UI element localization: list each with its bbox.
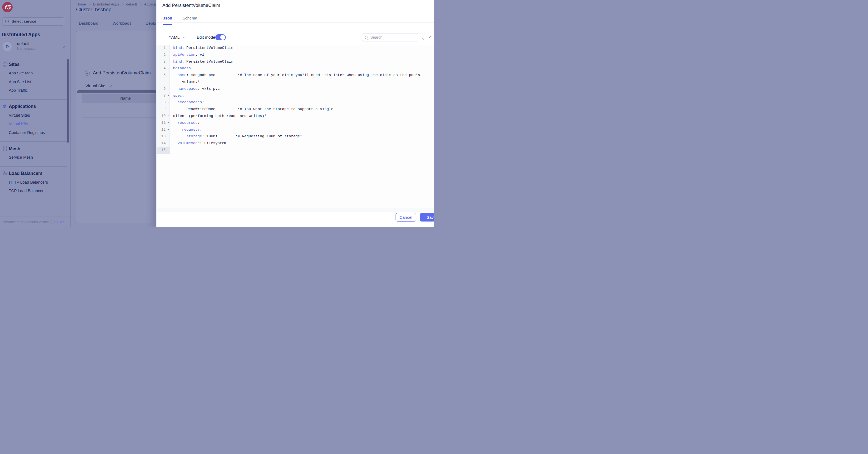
sidebar-section-header[interactable]: Mesh [0,145,67,153]
sidebar-section-label: Sites [9,62,20,67]
namespace-name: default [17,41,29,46]
code-line-content[interactable]: spec: [170,93,184,99]
plus-circle-icon: + [85,70,90,76]
breadcrumb-item[interactable]: Distributed Apps [93,2,119,6]
load-balancer-icon [2,171,9,176]
sidebar-item-http-load-balancers[interactable]: HTTP Load Balancers [0,178,67,187]
breadcrumb-separator-icon [121,3,124,5]
code-line-content[interactable]: volume.* [170,79,200,86]
tab-dashboard[interactable]: Dashboard [79,21,98,26]
search-next-chevron-down-icon[interactable] [423,35,427,39]
sidebar-item-container-registries[interactable]: Container Registries [0,128,67,137]
code-line-content[interactable] [170,147,173,154]
code-line-number: 8▾ [157,99,170,106]
advanced-nav-status: Advanced nav options visible [3,220,49,224]
f5-logo[interactable]: f5 [2,2,12,12]
add-pvc-section-label: Add PersistentVolumeClaim [93,70,151,76]
breadcrumb-separator-icon [88,3,90,5]
collapse-caret-icon[interactable]: ▾ [167,65,169,72]
sidebar-item-service-mesh[interactable]: Service Mesh [0,153,67,162]
sidebar-item-app-site-list[interactable]: App Site List [0,78,67,87]
sidebar-section-mesh: MeshService Mesh [0,142,67,167]
code-line: 1kind: PersistentVolumeClaim [157,45,434,52]
edit-mode-toggle[interactable] [215,34,226,40]
search-prev-chevron-up-icon[interactable] [429,35,434,39]
globe-icon [2,62,9,67]
code-line-content[interactable]: volumeMode: Filesystem [170,140,226,147]
code-line-number: 7▾ [157,93,170,99]
collapse-caret-icon[interactable]: ▾ [167,120,169,127]
breadcrumb: HomeDistributed AppsdefaultApplicati [76,2,158,6]
collapse-caret-icon[interactable]: ▾ [167,113,169,120]
code-line-number: 9 [157,106,170,113]
code-line-content[interactable]: kind: PersistentVolumeClaim [170,45,233,52]
sidebar-item-virtual-k8s[interactable]: Virtual K8s [0,120,67,128]
code-line-content[interactable]: resources: [170,120,200,127]
chevron-down-icon [58,19,62,23]
code-line-number: 3 [157,59,170,65]
code-line: 14 volumeMode: Filesystem [157,140,434,147]
sidebar-service-title: Distributed Apps [2,32,40,38]
code-line-number: 2 [157,52,170,59]
modal-tab-schema[interactable]: Schema [183,16,197,25]
collapse-caret-icon[interactable]: ▾ [167,99,169,106]
table-header-name: Name [120,96,131,100]
sidebar-item-virtual-sites[interactable]: Virtual Sites [0,111,67,120]
collapse-caret-icon[interactable]: ▾ [167,127,169,133]
namespace-selector[interactable]: D default Namespace [0,41,71,54]
code-line-number: 4▾ [157,65,170,72]
modal-tab-json[interactable]: Json [163,16,172,25]
sidebar-item-app-traffic[interactable]: App Traffic [0,86,67,95]
cancel-button[interactable]: Cancel [396,213,416,222]
code-line: 8▾ accessModes: [157,99,434,106]
edit-mode-label: Edit mode [197,35,215,39]
collapse-caret-icon[interactable]: ▾ [167,93,169,99]
tab-workloads[interactable]: Workloads [113,21,131,26]
code-line-content[interactable]: name: mongodb-pvc *# The name of your cl… [170,72,420,79]
sidebar-section-header[interactable]: ☸Applications [0,103,67,111]
code-line-content[interactable]: client (performing both reads and writes… [170,113,267,120]
format-select[interactable]: YAML [169,35,185,39]
modal-title: Add PersistentVolumeClaim [162,3,220,8]
breadcrumb-item[interactable]: default [126,2,137,6]
code-line-content[interactable]: - ReadWriteOnce *# You want the storage … [170,106,333,113]
help-icon[interactable]: ? [51,220,55,224]
code-line-content[interactable]: requests: [170,127,202,133]
sidebar: f5 Select service Distributed Apps D def… [0,0,71,227]
code-line-content[interactable]: apiVersion: v1 [170,52,204,59]
page-title: Cluster: hsshop [76,7,112,12]
code-line-content[interactable]: namespace: vk8s-pvc [170,86,220,93]
breadcrumb-item[interactable]: Home [76,2,86,6]
save-button[interactable]: Save [420,213,434,222]
horizontal-scrollbar[interactable] [77,90,157,93]
select-service-dropdown[interactable]: Select service [2,17,64,26]
code-line-content[interactable]: accessModes: [170,99,204,106]
code-line-content[interactable]: storage: 100Mi *# Requesting 100M of sto… [170,133,302,140]
cluster-tabs: DashboardWorkloadsDeploymen [79,21,166,26]
breadcrumb-item[interactable]: Applicati [144,2,157,6]
code-line-content[interactable]: metadata: [170,65,193,72]
chevron-down-icon [62,44,65,48]
code-line: 6 namespace: vk8s-pvc [157,86,434,93]
sidebar-section-label: Applications [9,104,36,109]
sidebar-section-header[interactable]: Sites [0,61,67,69]
sidebar-item-app-site-map[interactable]: App Site Map [0,69,67,78]
sidebar-item-tcp-load-balancers[interactable]: TCP Load Balancers [0,187,67,195]
code-line: 12▾ requests: [157,127,434,133]
sidebar-scrollbar[interactable] [67,59,69,143]
sidebar-section-header[interactable]: Load Balancers [0,170,67,178]
hide-advanced-nav-link[interactable]: Hide [57,220,65,224]
yaml-code-editor[interactable]: 1kind: PersistentVolumeClaim2apiVersion:… [157,45,434,212]
code-line-content[interactable]: kind: PersistentVolumeClaim [170,59,233,65]
code-line: 4▾metadata: [157,65,434,72]
virtual-site-filter[interactable]: Virtual Site [86,84,111,88]
select-service-label: Select service [11,19,36,24]
chevron-down-icon [183,35,186,38]
search-icon [365,36,368,39]
code-line: volume.* [157,79,434,86]
sidebar-section-label: Load Balancers [9,171,42,176]
search-input[interactable] [370,35,414,39]
sidebar-section-sites: SitesApp Site MapApp Site ListApp Traffi… [0,57,67,100]
modal-footer-divider [157,212,434,212]
add-pvc-section-title[interactable]: + Add PersistentVolumeClaim [85,70,151,76]
